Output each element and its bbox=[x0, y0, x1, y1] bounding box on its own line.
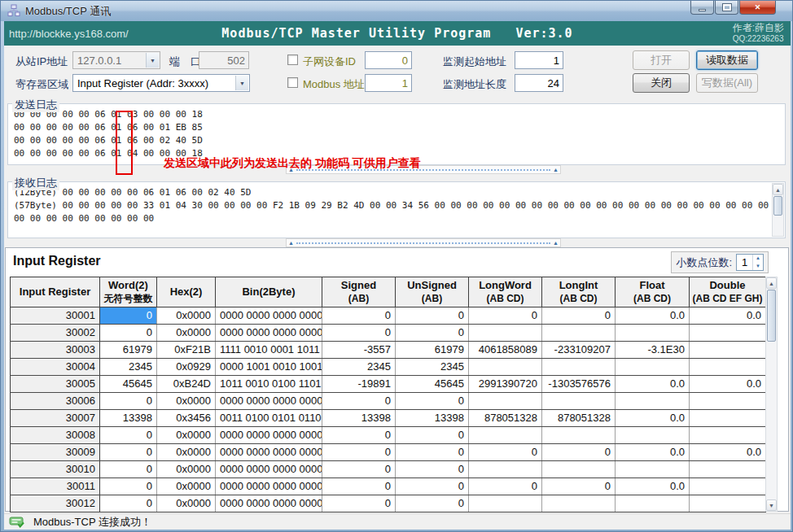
value-cell[interactable]: 0 bbox=[100, 427, 157, 444]
value-cell[interactable]: 0x0000 bbox=[157, 307, 216, 325]
register-address-cell[interactable]: 30004 bbox=[11, 359, 100, 376]
value-cell[interactable]: 1111 0010 0001 1011 bbox=[216, 342, 322, 359]
value-cell[interactable]: 2991390720 bbox=[469, 376, 542, 393]
value-cell[interactable]: 45645 bbox=[396, 376, 469, 393]
value-cell[interactable]: 1011 0010 0100 1101 bbox=[216, 376, 322, 393]
register-address-cell[interactable]: 30005 bbox=[11, 376, 100, 393]
recv-log-hscrollbar[interactable]: ▲ ▲ bbox=[286, 238, 561, 247]
value-cell[interactable]: 0 bbox=[322, 495, 396, 512]
recv-log-lines[interactable]: (12Byte) 00 00 00 00 00 06 01 06 00 02 4… bbox=[10, 184, 770, 236]
value-cell[interactable]: 0 bbox=[396, 427, 469, 444]
register-address-cell[interactable]: 30008 bbox=[11, 427, 100, 444]
scroll-thumb[interactable] bbox=[767, 290, 776, 342]
value-cell[interactable]: 0000 0000 0000 0000 bbox=[216, 393, 322, 410]
value-cell[interactable]: 0 bbox=[100, 393, 157, 410]
value-cell[interactable]: 0x0000 bbox=[157, 325, 216, 342]
value-cell[interactable] bbox=[690, 478, 766, 495]
value-cell[interactable]: 0 bbox=[542, 307, 616, 325]
value-cell[interactable] bbox=[690, 342, 766, 359]
value-cell[interactable]: 0000 0000 0000 0000 bbox=[216, 495, 322, 512]
value-cell[interactable]: 0000 0000 0000 0000 bbox=[216, 307, 322, 325]
scroll-right-icon[interactable]: ▲ bbox=[551, 167, 560, 172]
minimize-button[interactable] bbox=[690, 1, 714, 15]
value-cell[interactable] bbox=[690, 427, 766, 444]
value-cell[interactable]: 0 bbox=[396, 495, 469, 512]
value-cell[interactable]: 0 bbox=[100, 444, 157, 461]
scroll-thumb[interactable] bbox=[773, 196, 782, 216]
write-data-button[interactable]: 写数据(All) bbox=[696, 73, 758, 93]
value-cell[interactable]: 0 bbox=[100, 325, 157, 342]
modbus-address-checkbox[interactable] bbox=[287, 77, 298, 88]
chevron-down-icon[interactable]: ▼ bbox=[235, 76, 248, 90]
column-header[interactable]: Bin(2Byte) bbox=[216, 277, 322, 307]
register-address-cell[interactable]: 30007 bbox=[11, 410, 100, 427]
value-cell[interactable] bbox=[542, 325, 616, 342]
value-cell[interactable]: -3.1E30 bbox=[616, 342, 690, 359]
spinner-up-icon[interactable]: ▲ bbox=[753, 255, 763, 263]
column-header[interactable]: UnSigned(AB) bbox=[396, 277, 469, 307]
value-cell[interactable]: 0 bbox=[100, 461, 157, 478]
value-cell[interactable]: 2345 bbox=[100, 359, 157, 376]
value-cell[interactable] bbox=[469, 393, 542, 410]
column-header[interactable]: Word(2)无符号整数 bbox=[100, 277, 157, 307]
value-cell[interactable] bbox=[616, 495, 690, 512]
value-cell[interactable] bbox=[690, 325, 766, 342]
value-cell[interactable] bbox=[469, 359, 542, 376]
value-cell[interactable]: 0000 0000 0000 0000 bbox=[216, 444, 322, 461]
column-header[interactable]: Input Register bbox=[11, 277, 100, 307]
value-cell[interactable]: 0 bbox=[100, 495, 157, 512]
value-cell[interactable]: 0xF21B bbox=[157, 342, 216, 359]
maximize-button[interactable] bbox=[715, 1, 738, 15]
scroll-track[interactable] bbox=[296, 242, 550, 244]
column-header[interactable]: LongInt(AB CD) bbox=[542, 277, 616, 307]
value-cell[interactable]: 2345 bbox=[322, 359, 396, 376]
value-cell[interactable]: 0.0 bbox=[616, 307, 690, 325]
value-cell[interactable] bbox=[542, 393, 616, 410]
column-header[interactable]: Signed(AB) bbox=[322, 277, 396, 307]
value-cell[interactable]: 0 bbox=[322, 461, 396, 478]
chevron-down-icon[interactable]: ▼ bbox=[146, 53, 159, 68]
value-cell[interactable] bbox=[542, 495, 616, 512]
value-cell[interactable]: 0000 0000 0000 0000 bbox=[216, 325, 322, 342]
value-cell[interactable] bbox=[542, 359, 616, 376]
value-cell[interactable]: 13398 bbox=[322, 410, 396, 427]
scroll-track[interactable] bbox=[773, 216, 783, 236]
value-cell[interactable]: 0x0000 bbox=[157, 393, 216, 410]
value-cell[interactable]: 0.0 bbox=[616, 478, 690, 495]
value-cell[interactable]: 0 bbox=[322, 444, 396, 461]
value-cell[interactable]: 0 bbox=[396, 478, 469, 495]
value-cell[interactable]: 13398 bbox=[396, 410, 469, 427]
value-cell[interactable]: -1303576576 bbox=[542, 376, 616, 393]
value-cell[interactable]: 0x0000 bbox=[157, 495, 216, 512]
value-cell[interactable]: 4061858089 bbox=[469, 342, 542, 359]
value-cell[interactable]: 0.0 bbox=[690, 444, 766, 461]
address-length-field[interactable]: 24 bbox=[515, 74, 563, 92]
value-cell[interactable]: -3557 bbox=[322, 342, 396, 359]
slave-ip-combobox[interactable]: 127.0.0.1 ▼ bbox=[72, 51, 160, 69]
value-cell[interactable] bbox=[690, 461, 766, 478]
column-header[interactable]: Hex(2) bbox=[157, 277, 216, 307]
value-cell[interactable]: 0xB24D bbox=[157, 376, 216, 393]
value-cell[interactable]: 0 bbox=[100, 478, 157, 495]
value-cell[interactable]: 0 bbox=[396, 393, 469, 410]
value-cell[interactable]: 0.0 bbox=[616, 376, 690, 393]
column-header[interactable]: Double(AB CD EF GH) bbox=[690, 277, 766, 307]
value-cell[interactable]: 0 bbox=[322, 307, 396, 325]
value-cell[interactable] bbox=[542, 427, 616, 444]
value-cell[interactable]: 13398 bbox=[100, 410, 157, 427]
column-header[interactable]: LongWord(AB CD) bbox=[469, 277, 542, 307]
value-cell[interactable]: 0 bbox=[322, 478, 396, 495]
value-cell[interactable]: 0.0 bbox=[616, 410, 690, 427]
value-cell[interactable]: 878051328 bbox=[469, 410, 542, 427]
value-cell[interactable] bbox=[616, 393, 690, 410]
value-cell[interactable] bbox=[542, 461, 616, 478]
value-cell[interactable]: 0 bbox=[396, 444, 469, 461]
value-cell[interactable]: 0000 0000 0000 0000 bbox=[216, 478, 322, 495]
value-cell[interactable]: 0.0 bbox=[616, 444, 690, 461]
value-cell[interactable]: 0x0000 bbox=[157, 478, 216, 495]
value-cell[interactable]: 878051328 bbox=[542, 410, 616, 427]
register-address-cell[interactable]: 30012 bbox=[11, 495, 100, 512]
port-field[interactable]: 502 bbox=[199, 51, 249, 69]
scroll-up-icon[interactable]: ▲ bbox=[766, 277, 777, 289]
value-cell[interactable]: 0 bbox=[396, 461, 469, 478]
